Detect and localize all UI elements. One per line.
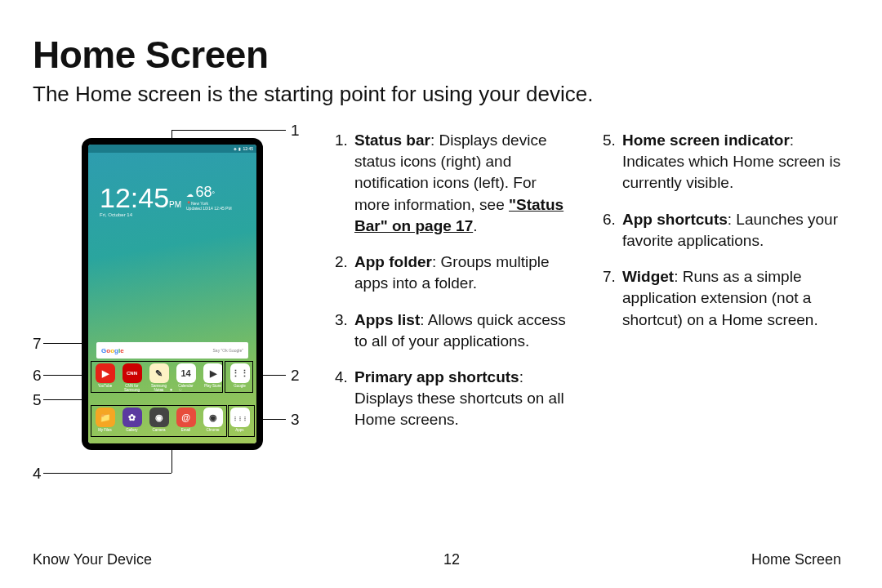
app-label: Email <box>175 429 198 433</box>
callout-number-1: 1 <box>291 122 300 140</box>
app-icon: ◉Chrome <box>202 408 225 433</box>
list-item: Home screen indicator: Indicates which H… <box>603 130 841 194</box>
clock-small: 12:45 <box>243 147 253 151</box>
app-icon-glyph: @ <box>176 408 196 427</box>
app-icon-glyph: 📁 <box>96 408 115 427</box>
footer-right: Home Screen <box>751 551 841 568</box>
item-term: App folder <box>354 253 432 270</box>
primary-shortcut-row: 📁My Files✿Gallery◉Camera@Email◉Chrome⋮⋮⋮… <box>88 408 256 433</box>
wifi-icon: ◈ <box>234 147 237 151</box>
app-icon-glyph: ▶ <box>96 363 115 383</box>
callout-lead <box>172 130 286 131</box>
device-diagram: 1 7 6 5 2 3 4 ◈ <box>33 130 302 514</box>
list-item: Primary app shortcuts: Displays these sh… <box>335 367 573 431</box>
weather-temp: 68 <box>196 184 212 200</box>
item-term: App shortcuts <box>622 211 728 228</box>
clock-ampm: PM <box>169 200 181 209</box>
description-columns: Status bar: Displays device status icons… <box>335 130 841 514</box>
item-term: Home screen indicator <box>622 131 790 149</box>
item-term: Primary app shortcuts <box>354 368 519 385</box>
clock-widget: 12:45PM Fri, October 14 <box>100 182 181 217</box>
list-item: App shortcuts: Launches your favorite ap… <box>603 209 841 252</box>
app-label: Camera <box>148 429 171 433</box>
weather-cloud-icon: ☁ <box>186 190 194 198</box>
weather-unit: ° <box>212 190 216 198</box>
app-icon-glyph: ⋮⋮⋮ <box>230 408 250 427</box>
callout-number-6: 6 <box>33 367 42 385</box>
item-text: . <box>473 217 477 234</box>
list-item: Widget: Runs as a simple application ext… <box>603 266 841 331</box>
description-col-1: Status bar: Displays device status icons… <box>335 130 573 514</box>
weather-updated: Updated 10/14 12:45 PM <box>186 206 232 211</box>
app-icon-glyph: ⋮⋮ <box>230 363 250 383</box>
app-icon-glyph: 14 <box>176 363 196 383</box>
clock-time: 12:45 <box>100 182 169 213</box>
app-label: Apps <box>229 429 252 433</box>
footer-left: Know Your Device <box>33 551 152 568</box>
list-item: App folder: Groups multiple apps into a … <box>335 252 573 294</box>
callout-number-2: 2 <box>291 367 300 385</box>
device-frame: ◈ ▮ 12:45 12:45PM Fri, October 14 ☁ 68° … <box>82 138 263 450</box>
search-hint: Say "Ok Google" <box>213 348 243 353</box>
app-icon-glyph: ◉ <box>149 408 169 427</box>
description-col-2: Home screen indicator: Indicates which H… <box>603 130 841 514</box>
callout-lead <box>43 473 172 474</box>
app-icon-glyph: ◉ <box>203 408 223 427</box>
callout-lead <box>43 375 82 376</box>
list-item: Status bar: Displays device status icons… <box>335 130 573 237</box>
google-search-widget: Google Say "Ok Google" <box>96 342 248 359</box>
callout-lead <box>260 375 286 376</box>
status-bar-region: ◈ ▮ 12:45 <box>88 145 256 153</box>
page-title: Home Screen <box>33 33 841 77</box>
item-term: Status bar <box>354 131 430 149</box>
app-label: Chrome <box>202 429 225 433</box>
weather-widget: ☁ 68° 📍New York Updated 10/14 12:45 PM <box>186 184 232 211</box>
app-label: My Files <box>94 429 117 433</box>
callout-number-7: 7 <box>33 335 42 353</box>
app-icon: @Email <box>175 408 198 433</box>
app-label: Gallery <box>121 429 144 433</box>
app-icon-glyph: ✿ <box>122 408 142 427</box>
callout-number-4: 4 <box>33 465 42 483</box>
callout-lead <box>260 419 286 420</box>
app-icon-glyph: CNN <box>122 363 142 383</box>
app-icon-glyph: ✎ <box>149 363 169 383</box>
figure-column: 1 7 6 5 2 3 4 ◈ <box>33 130 302 514</box>
page-subtitle: The Home screen is the starting point fo… <box>33 82 841 107</box>
content-row: 1 7 6 5 2 3 4 ◈ <box>33 130 841 514</box>
page-footer: Know Your Device 12 Home Screen <box>33 551 841 568</box>
callout-number-3: 3 <box>291 411 300 429</box>
footer-page-number: 12 <box>443 551 460 568</box>
item-term: Apps list <box>354 311 420 328</box>
app-icon: ⋮⋮⋮Apps <box>229 408 252 433</box>
battery-icon: ▮ <box>238 147 241 151</box>
callout-number-5: 5 <box>33 391 42 409</box>
clock-date: Fri, October 14 <box>100 212 181 217</box>
device-wallpaper: ◈ ▮ 12:45 12:45PM Fri, October 14 ☁ 68° … <box>88 145 256 443</box>
app-icon: 📁My Files <box>94 408 117 433</box>
page-indicator: ⌂ ● ○ <box>88 387 256 392</box>
callout-lead <box>43 343 82 344</box>
app-icon: ✿Gallery <box>121 408 144 433</box>
google-logo: Google <box>101 347 124 354</box>
item-term: Widget <box>622 268 674 285</box>
list-item: Apps list: Allows quick access to all of… <box>335 310 573 352</box>
app-icon: ◉Camera <box>148 408 171 433</box>
app-icon-glyph: ▶ <box>203 363 223 383</box>
